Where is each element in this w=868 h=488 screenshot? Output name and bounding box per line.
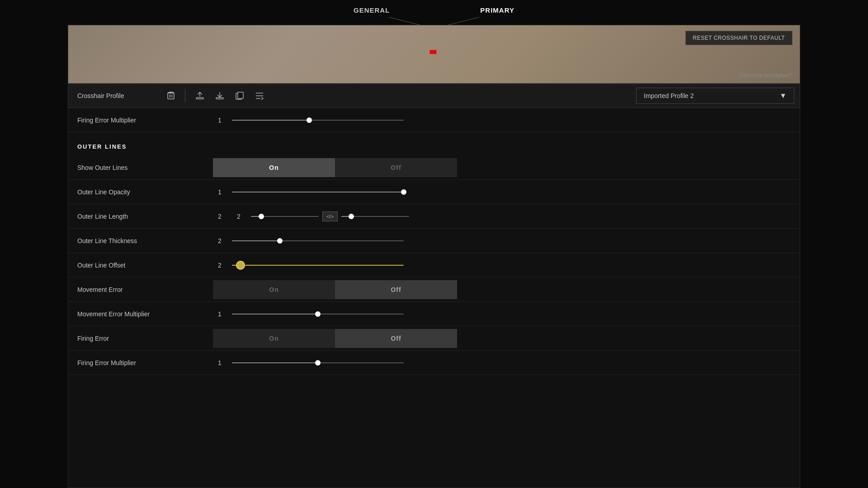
firing-error-toggle: On Off [213,329,457,348]
movement-error-off-button[interactable]: Off [335,280,457,299]
svg-rect-10 [216,98,223,99]
outer-line-offset-value: 2 [213,262,226,269]
outer-line-length-row: Outer Line Length 2 2 </> [68,204,800,229]
slider-track [232,362,404,363]
outer-line-thickness-row: Outer Line Thickness 2 [68,229,800,253]
slider-thumb-yellow[interactable] [236,261,245,270]
outer-line-opacity-slider[interactable] [232,192,404,192]
outer-line-thickness-label: Outer Line Thickness [77,237,213,244]
show-outer-lines-on-button[interactable]: On [213,158,335,177]
slider-track [232,120,404,121]
movement-error-toggle: On Off [213,280,457,299]
firing-error-row: Firing Error On Off [68,326,800,351]
slider-thumb[interactable] [315,360,321,366]
movement-error-row: Movement Error On Off [68,277,800,302]
slider-thumb[interactable] [349,214,354,219]
slider-thumb[interactable] [277,238,283,244]
movement-error-multiplier-controls: 1 [213,310,791,318]
outer-line-offset-label: Outer Line Offset [77,262,213,269]
delete-icon [167,92,175,100]
movement-error-on-button[interactable]: On [213,280,335,299]
profile-name: Imported Profile 2 [644,92,694,99]
movement-error-multiplier-row: Movement Error Multiplier 1 [68,302,800,326]
crosshair-box [429,50,437,54]
slider-track [232,240,404,241]
firing-error-multiplier-bottom-slider[interactable] [232,362,404,363]
slider-fill [232,314,318,314]
reset-crosshair-button[interactable]: RESET CROSSHAIR TO DEFAULT [685,31,793,45]
movement-error-multiplier-slider[interactable] [232,314,404,314]
import-icon [255,91,264,100]
firing-error-multiplier-bottom-row: Firing Error Multiplier 1 [68,351,800,375]
show-outer-lines-label: Show Outer Lines [77,164,213,171]
firing-error-multiplier-top-row: Firing Error Multiplier 1 [68,108,800,132]
delete-profile-button[interactable] [164,89,178,103]
show-outer-lines-off-button[interactable]: Off [335,158,457,177]
firing-error-label: Firing Error [77,335,213,342]
outer-line-length-dual-slider: </> [251,211,432,221]
slider-thumb[interactable] [307,117,312,123]
firing-error-multiplier-top-label: Firing Error Multiplier [77,117,213,124]
firing-error-multiplier-top-value: 1 [213,117,226,124]
copy-profile-button[interactable] [232,89,247,103]
outer-line-offset-controls: 2 [213,262,791,269]
copy-icon [235,91,244,100]
download-profile-button[interactable] [212,89,227,103]
main-area: RESET CROSSHAIR TO DEFAULT Elements misa… [68,25,800,488]
firing-error-multiplier-bottom-value: 1 [213,359,226,366]
top-nav: GENERAL PRIMARY [0,0,868,18]
movement-error-controls: On Off [213,280,791,299]
firing-error-off-button[interactable]: Off [335,329,457,348]
profile-bar: Crosshair Profile [68,84,800,108]
slider-thumb[interactable] [315,311,321,317]
outer-line-thickness-controls: 2 [213,237,791,244]
misaligned-text: Elements misaligned? [740,72,793,79]
outer-line-opacity-value: 1 [213,188,226,196]
preview-area: RESET CROSSHAIR TO DEFAULT Elements misa… [68,25,800,84]
outer-line-opacity-controls: 1 [213,188,791,196]
firing-error-multiplier-top-slider[interactable] [232,120,404,121]
dropdown-arrow-icon: ▼ [779,92,787,100]
tab-general[interactable]: GENERAL [354,6,390,18]
slider-track [232,314,404,314]
slider-track [251,216,319,217]
download-icon [215,91,224,100]
firing-error-multiplier-bottom-label: Firing Error Multiplier [77,359,213,366]
outer-line-length-controls: 2 2 </> [213,211,791,221]
firing-error-multiplier-bottom-controls: 1 [213,359,791,366]
outer-line-offset-slider[interactable] [232,265,404,266]
upload-profile-button[interactable] [193,89,207,103]
slider-thumb[interactable] [401,189,406,195]
outer-line-length-slider1[interactable] [251,216,319,217]
tab-primary[interactable]: PRIMARY [480,6,514,18]
slider-thumb[interactable] [259,214,264,219]
outer-line-length-value1: 2 [213,213,226,220]
crosshair-profile-label: Crosshair Profile [74,92,164,99]
movement-error-multiplier-label: Movement Error Multiplier [77,310,213,318]
slider-track [341,216,409,217]
slider-track [232,192,404,192]
sync-sliders-button[interactable]: </> [322,211,338,221]
svg-rect-8 [196,98,203,99]
movement-error-label: Movement Error [77,286,213,293]
profile-icons [164,89,636,103]
outer-line-length-value2: 2 [232,213,245,220]
outer-line-length-label: Outer Line Length [77,213,213,220]
profile-dropdown[interactable]: Imported Profile 2 ▼ [636,88,794,104]
show-outer-lines-row: Show Outer Lines On Off [68,155,800,180]
upload-icon [195,91,204,100]
slider-fill [232,120,309,121]
outer-lines-header: OUTER LINES [68,132,800,155]
svg-rect-13 [238,92,243,99]
settings-container[interactable]: Firing Error Multiplier 1 OUTER LINES Sh… [68,108,800,488]
firing-error-on-button[interactable]: On [213,329,335,348]
slider-fill [232,362,318,363]
outer-line-thickness-slider[interactable] [232,240,404,241]
movement-error-multiplier-value: 1 [213,310,226,318]
slider-track-yellow [232,265,404,266]
outer-line-length-slider2[interactable] [341,216,409,217]
svg-rect-3 [169,92,173,93]
firing-error-controls: On Off [213,329,791,348]
import-profile-button[interactable] [252,89,267,103]
show-outer-lines-controls: On Off [213,158,791,177]
